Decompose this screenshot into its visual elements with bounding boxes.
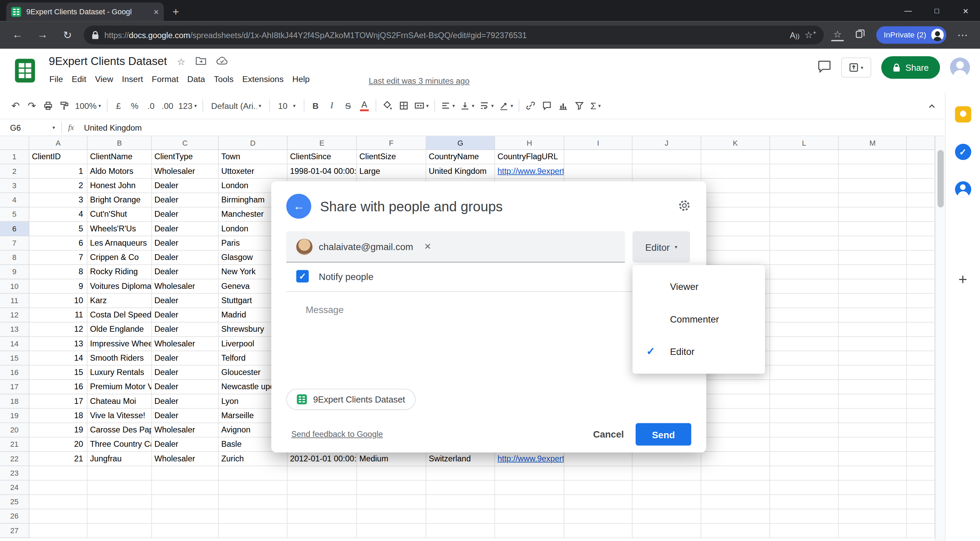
cell[interactable] [770,409,839,423]
cell[interactable] [839,438,907,452]
cell[interactable] [88,509,152,523]
cell-link[interactable]: http://www.9experttraining.com/resources… [498,164,565,178]
cell[interactable] [839,395,907,409]
menu-insert[interactable]: Insert [118,72,147,86]
cell[interactable]: Zurich [219,452,288,466]
cell[interactable]: Switzerland [426,452,495,466]
cell[interactable]: Jungfrau [88,452,152,466]
cell[interactable] [219,481,288,495]
col-header-I[interactable]: I [565,136,633,150]
cell[interactable]: http://www.9experttraining.com/resources… [495,164,565,179]
cell[interactable] [357,481,426,495]
cell[interactable] [839,509,907,523]
filter-button[interactable] [571,97,588,114]
cell[interactable]: 5 [29,222,88,236]
cell[interactable] [839,452,907,466]
col-header-partial[interactable] [907,136,935,150]
row-header-4[interactable]: 4 [0,193,29,208]
cell[interactable]: 16 [29,380,88,395]
cell[interactable]: CountryName [426,150,495,164]
cell[interactable] [770,279,839,294]
remove-recipient-icon[interactable]: × [424,240,431,253]
cell[interactable] [839,150,907,164]
name-box[interactable]: G6▾ [0,123,55,132]
cell[interactable]: Costa Del Speed [88,308,152,323]
cell[interactable] [495,523,565,538]
browser-menu-icon[interactable]: ⋯ [954,29,971,42]
cell[interactable]: Three Country Cars [88,438,152,452]
row-header-1[interactable]: 1 [0,150,29,164]
cell[interactable] [565,495,633,509]
cell[interactable] [907,251,935,265]
tasks-icon[interactable]: ✓ [955,143,971,160]
cell[interactable] [219,495,288,509]
cell[interactable] [907,337,935,351]
row-header-24[interactable]: 24 [0,481,29,495]
cell[interactable] [701,466,770,481]
row-header-7[interactable]: 7 [0,236,29,250]
cell[interactable] [219,523,288,538]
col-header-K[interactable]: K [701,136,770,150]
row-header-2[interactable]: 2 [0,164,29,179]
cell[interactable]: Les Arnaqueurs [88,236,152,250]
cell[interactable] [701,395,770,409]
row-header-25[interactable]: 25 [0,495,29,509]
cell[interactable] [839,409,907,423]
cell[interactable] [88,495,152,509]
cell[interactable] [770,366,839,380]
cell[interactable] [770,523,839,538]
cell[interactable]: 2 [29,179,88,193]
cell[interactable] [907,466,935,481]
cell[interactable]: Aldo Motors [88,164,152,179]
cell[interactable] [907,523,935,538]
cell[interactable] [907,423,935,437]
cell[interactable] [770,481,839,495]
cell[interactable]: Medium [357,452,426,466]
cell[interactable]: Dealer [152,179,219,193]
menu-file[interactable]: File [45,72,67,86]
cell[interactable] [770,495,839,509]
back-button[interactable]: ← [286,194,311,218]
cell[interactable]: Dealer [152,380,219,395]
col-header-B[interactable]: B [88,136,152,150]
cell[interactable] [152,481,219,495]
cell[interactable]: 1 [29,164,88,179]
document-title[interactable]: 9Expert Clients Dataset [49,55,167,68]
cell[interactable] [701,452,770,466]
add-addon-icon[interactable]: + [959,271,967,288]
number-format-button[interactable]: 123▾ [176,97,199,114]
cell[interactable]: Honest John [88,179,152,193]
cell[interactable] [907,179,935,193]
cell[interactable]: Wholesaler [152,279,219,294]
cloud-saved-icon[interactable] [216,56,228,67]
contacts-icon[interactable] [955,181,971,198]
cell[interactable] [357,495,426,509]
cell[interactable] [288,466,357,481]
cell[interactable] [907,193,935,208]
cell[interactable] [907,164,935,179]
cell[interactable]: ClientID [29,150,88,164]
cell[interactable] [288,509,357,523]
browser-tab[interactable]: 9Expert Clients Dataset - Googl × [6,2,164,21]
cell[interactable] [426,481,495,495]
cell[interactable] [565,509,633,523]
permission-option-editor[interactable]: ✓Editor [633,335,765,368]
cell[interactable] [29,509,88,523]
cell[interactable]: Large [357,164,426,179]
cell[interactable] [701,164,770,179]
cell[interactable]: Bright Orange [88,193,152,208]
col-header-L[interactable]: L [770,136,839,150]
font-size-select[interactable]: 10▾ [273,97,301,114]
cell[interactable] [219,509,288,523]
cell[interactable] [770,423,839,437]
cell[interactable] [29,481,88,495]
cell[interactable]: ClientName [88,150,152,164]
cell[interactable] [426,466,495,481]
cell[interactable]: 10 [29,294,88,308]
row-header-14[interactable]: 14 [0,337,29,351]
cell[interactable] [701,193,770,208]
currency-format-button[interactable]: £ [110,97,127,114]
back-icon[interactable]: ← [9,29,26,41]
strikethrough-button[interactable]: S [340,97,356,114]
cell[interactable] [839,466,907,481]
